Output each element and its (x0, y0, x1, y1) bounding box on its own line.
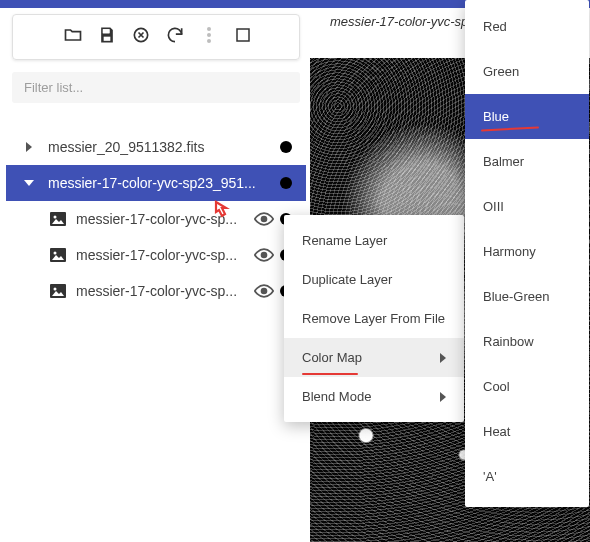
layer-row[interactable]: messier-17-color-yvc-sp... (6, 237, 306, 273)
more-icon[interactable] (199, 25, 219, 45)
cancel-icon[interactable] (131, 25, 151, 45)
file-list: messier_20_9511382.fits messier-17-color… (6, 129, 306, 309)
file-row-selected[interactable]: messier-17-color-yvc-sp23_951... (6, 165, 306, 201)
colormap-option-blue-green[interactable]: Blue-Green (465, 274, 589, 319)
menu-remove-layer[interactable]: Remove Layer From File (284, 299, 464, 338)
save-icon[interactable] (97, 25, 117, 45)
menu-blend-mode[interactable]: Blend Mode (284, 377, 464, 416)
svg-rect-0 (103, 29, 110, 33)
svg-point-14 (54, 288, 57, 291)
colormap-option-harmony[interactable]: Harmony (465, 229, 589, 274)
menu-duplicate-layer[interactable]: Duplicate Layer (284, 260, 464, 299)
layer-context-menu: Rename Layer Duplicate Layer Remove Laye… (284, 215, 464, 422)
svg-point-5 (207, 39, 211, 43)
colormap-option-blue[interactable]: Blue (465, 94, 589, 139)
menu-label: Duplicate Layer (302, 272, 392, 287)
menu-label: Blend Mode (302, 389, 371, 404)
menu-label: Remove Layer From File (302, 311, 445, 326)
layer-label: messier-17-color-yvc-sp... (76, 211, 248, 227)
image-icon (50, 212, 66, 226)
svg-point-15 (262, 289, 267, 294)
svg-point-3 (207, 27, 211, 31)
svg-point-4 (207, 33, 211, 37)
svg-point-11 (54, 252, 57, 255)
menu-label: Rename Layer (302, 233, 387, 248)
visibility-icon[interactable] (254, 284, 274, 298)
checkbox-icon[interactable] (233, 25, 253, 45)
colormap-option-oiii[interactable]: OIII (465, 184, 589, 229)
chevron-down-icon[interactable] (20, 178, 38, 188)
svg-point-9 (262, 217, 267, 222)
chevron-right-icon (440, 353, 446, 363)
svg-rect-1 (104, 37, 111, 41)
visibility-icon[interactable] (254, 212, 274, 226)
file-row[interactable]: messier_20_9511382.fits (6, 129, 306, 165)
colormap-option-balmer[interactable]: Balmer (465, 139, 589, 184)
menu-label: Color Map (302, 350, 362, 365)
swatch-dot[interactable] (280, 177, 292, 189)
refresh-icon[interactable] (165, 25, 185, 45)
layer-row[interactable]: messier-17-color-yvc-sp... (6, 201, 306, 237)
sidebar-toolbar (12, 14, 300, 60)
image-icon (50, 248, 66, 262)
colormap-option-heat[interactable]: Heat (465, 409, 589, 454)
colormap-option-a[interactable]: 'A' (465, 454, 589, 499)
swatch-dot[interactable] (280, 141, 292, 153)
layer-label: messier-17-color-yvc-sp... (76, 283, 248, 299)
chevron-right-icon (440, 392, 446, 402)
folder-icon[interactable] (63, 25, 83, 45)
image-icon (50, 284, 66, 298)
colormap-option-rainbow[interactable]: Rainbow (465, 319, 589, 364)
layer-row[interactable]: messier-17-color-yvc-sp... (6, 273, 306, 309)
svg-rect-6 (237, 29, 249, 41)
layer-label: messier-17-color-yvc-sp... (76, 247, 248, 263)
colormap-option-cool[interactable]: Cool (465, 364, 589, 409)
chevron-right-icon[interactable] (20, 142, 38, 152)
visibility-icon[interactable] (254, 248, 274, 262)
colormap-option-green[interactable]: Green (465, 49, 589, 94)
menu-color-map[interactable]: Color Map (284, 338, 464, 377)
colormap-option-red[interactable]: Red (465, 4, 589, 49)
file-label: messier-17-color-yvc-sp23_951... (48, 175, 274, 191)
svg-point-8 (54, 216, 57, 219)
filter-input[interactable] (12, 72, 300, 103)
sidebar: messier_20_9511382.fits messier-17-color… (6, 8, 306, 309)
file-label: messier_20_9511382.fits (48, 139, 274, 155)
svg-point-12 (262, 253, 267, 258)
menu-rename-layer[interactable]: Rename Layer (284, 221, 464, 260)
color-map-submenu: Red Green Blue Balmer OIII Harmony Blue-… (465, 0, 589, 507)
annotation-underline (302, 373, 358, 375)
